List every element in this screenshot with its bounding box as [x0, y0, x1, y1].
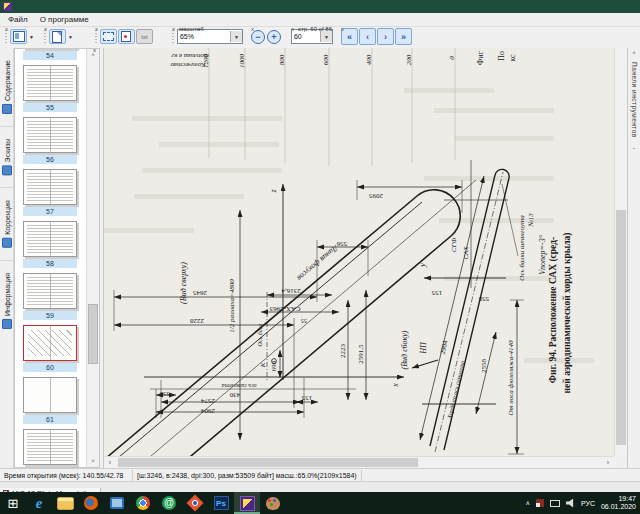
group-close-icon[interactable]: x [291, 26, 294, 32]
page-thumbnail-54[interactable] [23, 48, 77, 49]
drawing-label: 330 [159, 390, 170, 398]
toolbars-side-strip[interactable]: ˄ Панели инструментов - [627, 48, 640, 468]
scroll-down-icon[interactable]: ˅ [87, 455, 99, 467]
start-taskbar-button[interactable]: ⊞ [0, 492, 26, 514]
zoom-in-button[interactable]: + [267, 30, 281, 44]
page-thumbnail-55[interactable] [23, 65, 77, 101]
page-dropdown-icon[interactable]: ▼ [320, 31, 332, 42]
zoom-dropdown-icon[interactable]: ▼ [230, 31, 242, 42]
hand-tool-button[interactable] [118, 29, 135, 44]
drawing-label: ось самолета [222, 383, 257, 389]
network-icon[interactable] [550, 500, 560, 507]
information-icon [2, 319, 12, 329]
menu-about[interactable]: О программе [40, 15, 89, 24]
text-select-button[interactable]: txt [136, 29, 153, 44]
document-hscrollbar[interactable]: ‹ › [104, 456, 614, 468]
photoshop-icon: Ps [214, 496, 229, 510]
tray-expand-icon[interactable]: ˄ [526, 500, 530, 507]
page-thumbnail-60[interactable] [23, 325, 77, 361]
language-indicator[interactable]: РУС [581, 500, 595, 507]
page-thumbnail-62[interactable] [23, 429, 77, 465]
drawing-label: (Вид сверху) [179, 262, 188, 304]
photoshop-taskbar-button[interactable]: Ps [208, 492, 234, 514]
vscroll-thumb[interactable] [616, 210, 626, 445]
group-close-icon[interactable]: x [251, 26, 254, 32]
status-page-info: [ш:3246, в:2438, dpi:300, разм:53509 бай… [133, 470, 362, 481]
page-thumbnail-56[interactable] [23, 117, 77, 153]
display-mode-caret-icon[interactable]: ▼ [29, 34, 34, 40]
group-close-icon[interactable]: x [172, 26, 175, 32]
firefox-taskbar-button[interactable] [78, 492, 104, 514]
scroll-right-icon[interactable]: › [602, 457, 614, 468]
thumbnail-page-label[interactable]: 60 [23, 363, 77, 372]
thumbnail-panel: 545556575859606162 ˄ ˅ [14, 48, 100, 468]
hscroll-thumb[interactable] [118, 458, 418, 467]
page-thumbnail-58[interactable] [23, 221, 77, 257]
next-page-button[interactable]: › [377, 28, 394, 45]
document-vscrollbar[interactable] [614, 48, 627, 456]
tab-information[interactable]: Информация [0, 261, 13, 341]
thumbnail-page-label[interactable]: 58 [23, 259, 77, 268]
tab-thumbnails[interactable]: Эскизы [0, 127, 13, 188]
drawing-label: 2591,5 [357, 344, 365, 364]
page-layout-button[interactable] [49, 29, 66, 44]
clock[interactable]: 19:47 06.01.2020 [601, 495, 636, 511]
group-close-icon[interactable]: x [341, 26, 344, 32]
clock-time: 19:47 [618, 495, 636, 502]
drawing-label: 0 [448, 56, 456, 60]
thumbnail-page-label[interactable]: 56 [23, 155, 77, 164]
group-close-icon[interactable]: x [44, 26, 47, 32]
tab-contents[interactable]: Содержание [0, 48, 13, 127]
group-close-icon[interactable]: x [95, 26, 98, 32]
scroll-left-icon[interactable]: ‹ [104, 457, 116, 468]
explorer-taskbar-button[interactable] [52, 492, 78, 514]
page-thumbnail-57[interactable] [23, 169, 77, 205]
toolbar-group-nav: x « ‹ › » [336, 26, 416, 48]
zoom-input[interactable] [178, 31, 230, 42]
explorer-icon [57, 497, 74, 510]
drawing-label: 2223 [339, 344, 347, 359]
thumbnail-page-label[interactable]: 61 [23, 415, 77, 424]
app-icon [3, 2, 12, 11]
volume-icon[interactable] [566, 499, 575, 508]
tab-correction[interactable]: Коррекция [0, 188, 13, 261]
menu-bar: Файл О программе [0, 13, 640, 27]
panel-close-icon[interactable]: x [93, 47, 96, 53]
select-rect-button[interactable] [100, 29, 117, 44]
chrome-taskbar-button[interactable] [130, 492, 156, 514]
thumbnail-page-label[interactable]: 59 [23, 311, 77, 320]
page-thumbnail-61[interactable] [23, 377, 77, 413]
thumbnail-page-label[interactable]: 55 [23, 103, 77, 112]
group-close-icon[interactable]: x [5, 26, 8, 32]
drawing-label: 2228 [190, 317, 205, 325]
drawing-label: НП [419, 341, 428, 355]
last-page-button[interactable]: » [395, 28, 412, 45]
edge-taskbar-button[interactable]: e [26, 492, 52, 514]
action-center-icon[interactable] [536, 499, 544, 507]
display-mode-button[interactable] [10, 29, 27, 44]
taskbar-icons: ⊞e@Ps [0, 492, 286, 514]
thumbnail-scrollbar[interactable]: ˄ ˅ [86, 49, 99, 467]
page-input[interactable] [292, 31, 320, 42]
clock-date: 06.01.2020 [601, 503, 636, 510]
prev-page-button[interactable]: ‹ [359, 28, 376, 45]
page-thumbnail-59[interactable] [23, 273, 77, 309]
paint-taskbar-button[interactable] [260, 492, 286, 514]
drawing-label: 556 [336, 240, 347, 248]
correction-icon [2, 238, 12, 248]
display-taskbar-button[interactable] [104, 492, 130, 514]
thumbnail-scroll-thumb[interactable] [88, 304, 98, 364]
viewer-taskbar-button[interactable] [182, 492, 208, 514]
title-bar [0, 0, 640, 13]
page-layout-caret-icon[interactable]: ▼ [68, 34, 73, 40]
collapse-chevron-icon[interactable]: ˄ [632, 50, 636, 56]
drawing-label: 2316,4 [281, 287, 301, 295]
djvu-taskbar-button[interactable] [234, 492, 260, 514]
thumbnail-page-label[interactable]: 57 [23, 207, 77, 216]
mailru-taskbar-button[interactable]: @ [156, 492, 182, 514]
document-page[interactable]: топлива в кгКоличество120010008006004002… [104, 48, 614, 456]
thumbnail-page-label[interactable]: 54 [23, 51, 77, 60]
menu-file[interactable]: Файл [8, 15, 28, 24]
tab-thumbnails-label: Эскизы [3, 139, 10, 163]
toolbar: x ▼ x ▼ x txt x масштаб ▼ [0, 27, 640, 49]
